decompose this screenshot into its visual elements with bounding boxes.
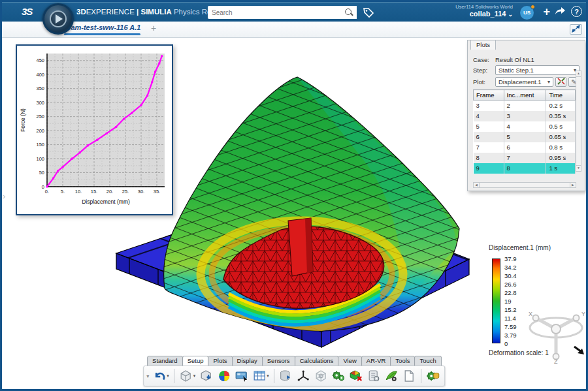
bottom-tab-setup[interactable]: Setup (182, 356, 209, 366)
svg-text:50: 50 (39, 170, 44, 176)
3ds-logo[interactable]: 3S (22, 6, 32, 17)
display-group-button[interactable] (233, 368, 250, 384)
bottom-tab-ar-vr[interactable]: AR-VR (361, 356, 391, 366)
force-displacement-chart[interactable]: 0.5.10.15.20.25.30.35.050100150200250300… (16, 44, 173, 215)
display-group-icon (235, 369, 249, 383)
legend-tick: 37.9 (504, 255, 517, 262)
scroll-left-icon[interactable]: ◀ (474, 183, 480, 187)
table-row[interactable]: 981 s (474, 163, 576, 174)
search-icon[interactable] (344, 7, 354, 18)
scroll-right-icon[interactable]: ▶ (570, 183, 576, 187)
avatar[interactable]: US (520, 6, 534, 20)
ghost-cube-button[interactable] (312, 368, 330, 384)
left-panel-expander[interactable]: › (3, 191, 5, 201)
bottom-tab-sensors[interactable]: Sensors (262, 356, 295, 366)
legend-tick: 15.2 (504, 306, 517, 313)
table-row[interactable]: 320.2 s (474, 101, 576, 111)
legend-tick: 0 (504, 340, 508, 347)
svg-text:10.: 10. (75, 189, 82, 195)
scroll-up-icon[interactable]: ▲ (576, 71, 581, 77)
share-icon (554, 5, 566, 16)
help-button[interactable]: ? (571, 6, 582, 17)
table-row[interactable]: 650.65 s (474, 132, 576, 142)
svg-text:5.: 5. (61, 189, 65, 195)
plot-dropdown[interactable]: Displacement.1 ▾ (495, 77, 553, 87)
bottom-tab-touch[interactable]: Touch (415, 356, 442, 366)
new-document-button[interactable] (400, 368, 418, 384)
plots-panel-tab[interactable]: Plots (470, 40, 496, 50)
user-block[interactable]: User114 Solidworks World collab_114 ⌄ (455, 4, 513, 18)
undo-button[interactable] (150, 368, 168, 384)
app-window: 3S 3DEXPERIENCE | SIMULIA Physics Result… (0, 0, 588, 391)
annotate-feather-button[interactable] (383, 368, 400, 384)
delete-result-button[interactable] (348, 368, 365, 384)
calculation-gears-button[interactable] (330, 368, 348, 384)
svg-text:0.: 0. (45, 189, 49, 195)
table-row[interactable]: 430.35 s (474, 111, 576, 121)
result-database-button[interactable] (277, 368, 295, 384)
play-icon (56, 14, 63, 23)
chart-plot-area: 0.5.10.15.20.25.30.35.050100150200250300… (17, 46, 172, 214)
plot-sphere-button[interactable] (215, 368, 233, 384)
frames-button[interactable] (555, 77, 566, 87)
table-row[interactable]: 540.5 s (474, 121, 576, 132)
active-tab-underline (64, 33, 140, 35)
bottom-tab-calculations[interactable]: Calculations (295, 356, 339, 366)
add-button[interactable]: + (543, 5, 550, 18)
brand-simulia: SIMULIA (140, 8, 171, 16)
column-header[interactable]: Time (546, 90, 576, 101)
bottom-tab-display[interactable]: Display (232, 356, 263, 366)
table-horizontal-scrollbar[interactable]: ◀ ▶ (473, 182, 576, 188)
plots-panel: Plots Case: Result Of NL1 Step: Static S… (467, 40, 585, 191)
corner-arrow-icon[interactable] (572, 343, 585, 356)
step-dropdown[interactable]: Static Step.1 ▾ (495, 65, 580, 75)
triad-z-label: Z (554, 358, 558, 364)
import-result-button[interactable] (197, 368, 215, 384)
bottom-tab-tools[interactable]: Tools (390, 356, 415, 366)
new-tab-button[interactable]: + (151, 23, 156, 33)
legend-tick: 34.2 (504, 264, 517, 271)
share-button[interactable] (554, 5, 566, 18)
legend-tick: 11.4 (504, 315, 516, 322)
document-tab[interactable]: foam-test-sww-116 A.1 (64, 23, 140, 35)
table-row[interactable]: 870.95 s (474, 153, 576, 163)
case-label: Case: (473, 56, 495, 63)
bottom-tab-standard[interactable]: Standard (147, 356, 183, 366)
process-gear-button[interactable] (424, 368, 442, 384)
compass-play-button[interactable] (42, 3, 74, 35)
svg-text:Displacement (mm): Displacement (mm) (82, 198, 130, 205)
report-gear-icon (367, 369, 380, 383)
status-dot (531, 5, 535, 9)
column-header[interactable]: Inc...ment (504, 90, 546, 101)
table-row[interactable]: 760.8 s (474, 142, 576, 153)
case-value: Result Of NL1 (495, 56, 534, 63)
table-view-icon (253, 369, 266, 383)
frames-table: FrameInc...mentTime 320.2 s430.35 s540.5… (473, 89, 576, 174)
user-caret-icon[interactable]: ⌄ (508, 11, 513, 18)
undo-icon (153, 369, 166, 383)
report-gear-button[interactable] (365, 368, 383, 384)
axis-system-icon (297, 369, 310, 383)
table-vertical-scrollbar[interactable]: ▲ ▼ (576, 70, 581, 172)
bottom-tab-plots[interactable]: Plots (208, 356, 232, 366)
color-bar (492, 258, 500, 343)
bottom-tab-view[interactable]: View (338, 356, 361, 366)
part-cube-button[interactable] (177, 368, 195, 384)
part-cube-icon (179, 369, 192, 383)
column-header[interactable]: Frame (474, 90, 504, 101)
axis-system-button[interactable] (295, 368, 312, 384)
legend-tick: 30.4 (504, 272, 517, 279)
svg-text:300: 300 (36, 100, 44, 106)
search-input[interactable] (208, 9, 344, 16)
tag-icon[interactable] (363, 7, 374, 18)
brand-experience: EXPERIENCE (86, 8, 135, 16)
svg-text:25.: 25. (122, 189, 129, 195)
delete-result-icon (349, 369, 363, 383)
table-view-button[interactable] (250, 368, 268, 384)
frames-x-icon (557, 78, 565, 85)
scroll-down-icon[interactable]: ▼ (576, 165, 581, 171)
svg-text:35.: 35. (154, 189, 160, 195)
toolbar-overflow-icon[interactable]: ▾ (146, 373, 149, 379)
user-tenant: User114 Solidworks World (455, 4, 513, 10)
expand-view-button[interactable] (570, 24, 582, 35)
